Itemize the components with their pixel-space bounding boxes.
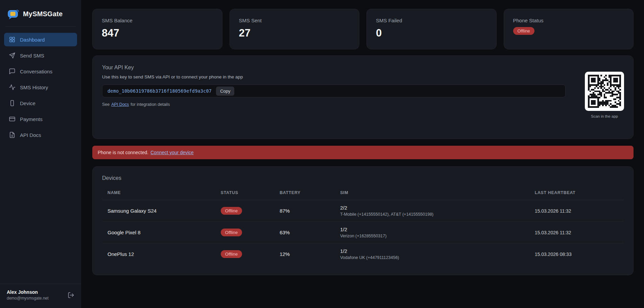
- sidebar-item-conversations[interactable]: Conversations: [4, 65, 77, 78]
- table-row: Samsung Galaxy S24 Offline 87% 2/2 T-Mob…: [102, 200, 624, 221]
- stat-value: 0: [376, 27, 487, 39]
- sidebar: MySMSGate Dashboard Send SMS Conversatio…: [0, 0, 81, 308]
- device-battery: 87%: [274, 203, 335, 218]
- user-box: Alex Johnson demo@mysmsgate.net: [0, 284, 81, 308]
- alert-text: Phone is not connected.: [98, 150, 148, 155]
- column-header-heartbeat: LAST HEARTBEAT: [529, 187, 624, 200]
- sidebar-nav: Dashboard Send SMS Conversations SMS His…: [0, 27, 81, 148]
- chat-bubble-icon: [9, 68, 16, 75]
- stat-card-sms-failed: SMS Failed 0: [366, 9, 497, 49]
- stat-label: Phone Status: [513, 18, 624, 23]
- device-heartbeat: 15.03.2026 08:33: [529, 247, 624, 262]
- qr-code: [585, 72, 624, 111]
- app-logo-icon: [7, 7, 20, 20]
- sidebar-item-label: Payments: [20, 116, 43, 122]
- devices-card: Devices NAME STATUS BATTERY SIM LAST HEA…: [92, 166, 634, 275]
- stat-label: SMS Balance: [102, 18, 213, 23]
- sidebar-item-label: API Docs: [20, 132, 41, 138]
- sim-count: 1/2: [340, 227, 524, 232]
- app-title: MySMSGate: [23, 10, 63, 18]
- sidebar-item-dashboard[interactable]: Dashboard: [4, 33, 77, 46]
- status-badge: Offline: [221, 207, 242, 215]
- device-status-cell: Offline: [215, 202, 274, 219]
- stat-label: SMS Failed: [376, 18, 487, 23]
- stats-row: SMS Balance 847 SMS Sent 27 SMS Failed 0…: [92, 9, 634, 49]
- devices-title: Devices: [102, 175, 624, 181]
- device-sim-cell: 2/2 T-Mobile (+14155550142), AT&T (+1415…: [335, 200, 529, 221]
- api-docs-link[interactable]: API Docs: [111, 102, 129, 107]
- column-header-status: STATUS: [215, 187, 274, 200]
- sidebar-item-label: SMS History: [20, 85, 48, 90]
- device-status-cell: Offline: [215, 224, 274, 241]
- sidebar-item-label: Device: [20, 100, 35, 106]
- sidebar-item-label: Conversations: [20, 69, 52, 74]
- connect-device-link[interactable]: Connect your device: [150, 150, 194, 155]
- sim-detail: Verizon (+16285550317): [340, 234, 524, 238]
- dashboard-icon: [9, 36, 16, 43]
- sidebar-item-device[interactable]: Device: [4, 96, 77, 110]
- device-sim-cell: 1/2 Vodafone UK (+447911123456): [335, 243, 529, 265]
- device-status-cell: Offline: [215, 245, 274, 263]
- stat-value: 847: [102, 27, 213, 39]
- main-content: SMS Balance 847 SMS Sent 27 SMS Failed 0…: [81, 0, 644, 308]
- column-header-sim: SIM: [335, 187, 529, 200]
- logout-icon: [68, 292, 74, 299]
- api-key-value: demo_10b06319786b3716f180569efd9a3c07: [108, 88, 212, 94]
- sim-detail: T-Mobile (+14155550142), AT&T (+14155550…: [340, 212, 524, 217]
- table-header: NAME STATUS BATTERY SIM LAST HEARTBEAT: [102, 187, 624, 200]
- logout-button[interactable]: [68, 292, 74, 299]
- api-key-field: demo_10b06319786b3716f180569efd9a3c07 Co…: [102, 85, 566, 97]
- qr-block: Scan in the app: [585, 72, 624, 118]
- table-row: OnePlus 12 Offline 12% 1/2 Vodafone UK (…: [102, 243, 624, 265]
- stat-card-sms-sent: SMS Sent 27: [230, 9, 360, 49]
- sidebar-item-send-sms[interactable]: Send SMS: [4, 49, 77, 62]
- api-key-card: Your API Key Use this key to send SMS vi…: [92, 55, 634, 139]
- api-key-title: Your API Key: [102, 65, 624, 71]
- credit-card-icon: [9, 116, 16, 122]
- app-logo-row: MySMSGate: [0, 0, 81, 26]
- sidebar-item-payments[interactable]: Payments: [4, 112, 77, 126]
- docs-prefix: See: [102, 102, 110, 107]
- table-row: Google Pixel 8 Offline 63% 1/2 Verizon (…: [102, 221, 624, 243]
- sim-count: 1/2: [340, 248, 524, 254]
- device-battery: 12%: [274, 246, 335, 262]
- phone-alert-banner: Phone is not connected. Connect your dev…: [92, 146, 634, 159]
- device-name: OnePlus 12: [102, 246, 215, 262]
- user-info: Alex Johnson demo@mysmsgate.net: [7, 289, 49, 301]
- activity-icon: [9, 84, 16, 91]
- send-icon: [9, 52, 16, 59]
- stat-value: 27: [239, 27, 350, 39]
- sim-detail: Vodafone UK (+447911123456): [340, 255, 524, 260]
- devices-table: NAME STATUS BATTERY SIM LAST HEARTBEAT S…: [102, 187, 624, 265]
- device-name: Google Pixel 8: [102, 225, 215, 240]
- sidebar-spacer: [0, 148, 81, 284]
- status-badge: Offline: [513, 27, 534, 35]
- device-battery: 63%: [274, 225, 335, 240]
- stat-label: SMS Sent: [239, 18, 350, 23]
- sidebar-item-api-docs[interactable]: API Docs: [4, 128, 77, 142]
- status-badge: Offline: [221, 229, 242, 236]
- user-email: demo@mysmsgate.net: [7, 296, 49, 301]
- device-sim-cell: 1/2 Verizon (+16285550317): [335, 222, 529, 243]
- sidebar-item-label: Dashboard: [20, 37, 45, 43]
- sidebar-item-label: Send SMS: [20, 53, 44, 58]
- api-docs-line: See API Docs for integration details: [102, 102, 624, 107]
- api-key-description: Use this key to send SMS via API or to c…: [102, 74, 624, 79]
- status-badge: Offline: [221, 250, 242, 258]
- column-header-battery: BATTERY: [274, 187, 335, 200]
- qr-caption: Scan in the app: [585, 114, 624, 118]
- table-body: Samsung Galaxy S24 Offline 87% 2/2 T-Mob…: [102, 200, 624, 265]
- docs-suffix: for integration details: [130, 102, 170, 107]
- sidebar-item-sms-history[interactable]: SMS History: [4, 80, 77, 94]
- column-header-name: NAME: [102, 187, 215, 200]
- copy-button[interactable]: Copy: [216, 87, 234, 96]
- device-name: Samsung Galaxy S24: [102, 203, 215, 218]
- stat-card-phone-status: Phone Status Offline: [504, 9, 634, 49]
- device-heartbeat: 15.03.2026 11:32: [529, 204, 624, 218]
- user-name: Alex Johnson: [7, 289, 49, 295]
- sim-count: 2/2: [340, 205, 524, 211]
- document-icon: [9, 132, 16, 138]
- smartphone-icon: [9, 100, 16, 106]
- stat-card-sms-balance: SMS Balance 847: [92, 9, 222, 49]
- device-heartbeat: 15.03.2026 11:32: [529, 225, 624, 240]
